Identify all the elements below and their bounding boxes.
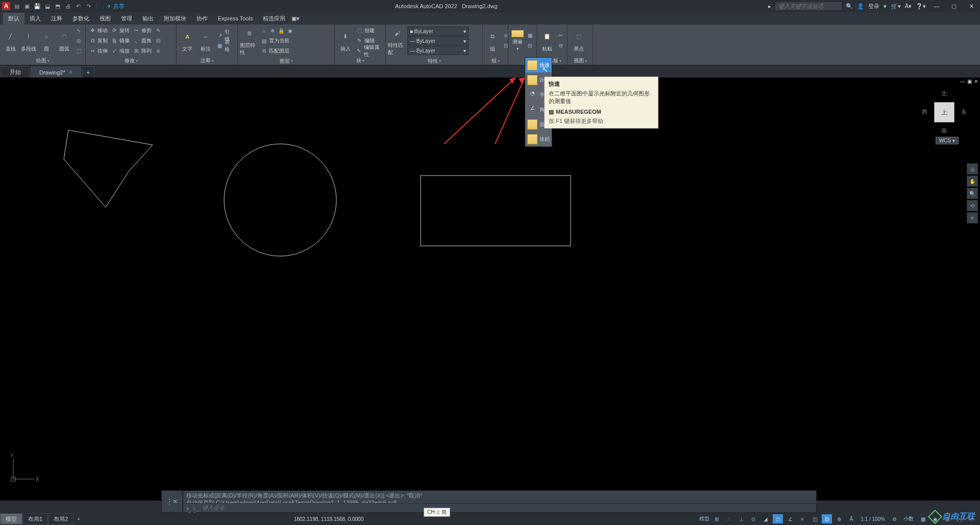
nav-orbit-icon[interactable]: ⟲: [967, 200, 978, 211]
annoscale-icon[interactable]: Å: [846, 514, 856, 523]
tab-collaborate[interactable]: 协作: [191, 13, 213, 24]
tab-close-icon[interactable]: ✕: [68, 69, 72, 75]
selection-icon[interactable]: ⊡: [822, 514, 832, 523]
osnap-icon[interactable]: □: [773, 514, 783, 523]
tab-insert[interactable]: 插入: [24, 13, 46, 24]
paste-button[interactable]: 📋粘贴: [539, 29, 555, 53]
tab-annotate[interactable]: 注释: [46, 13, 67, 24]
layer-freeze-icon[interactable]: ❄: [269, 27, 276, 34]
nav-zoom-icon[interactable]: 🔍: [967, 188, 978, 199]
tab-model[interactable]: 模型: [0, 513, 22, 524]
viewcube-e[interactable]: 东: [961, 108, 967, 116]
nav-pan-icon[interactable]: ✋: [967, 176, 978, 187]
snap-icon[interactable]: ∴: [724, 514, 734, 523]
tab-featured[interactable]: 精选应用: [258, 13, 290, 24]
layer-color-combo[interactable]: ■ ByLayer▾: [407, 27, 469, 36]
tab-manage[interactable]: 管理: [116, 13, 137, 24]
ortho-icon[interactable]: ⊥: [736, 514, 746, 523]
help-icon[interactable]: ❔▾: [916, 3, 926, 10]
qat-saveas-icon[interactable]: ⬓: [44, 3, 51, 10]
copy-clip-icon[interactable]: ⧉: [557, 42, 564, 49]
qat-undo-icon[interactable]: ↶: [75, 3, 82, 10]
line-button[interactable]: ╱直线: [2, 29, 19, 53]
command-expand-icon[interactable]: ▴: [186, 505, 189, 511]
base-button[interactable]: ⬚基点: [570, 29, 588, 53]
lineweight-icon[interactable]: ≡: [797, 514, 807, 523]
viewcube-n[interactable]: 北: [941, 90, 947, 97]
insert-block-button[interactable]: ⬇插入: [337, 29, 354, 53]
viewcube-top-face[interactable]: 上: [934, 102, 954, 122]
fillet-button[interactable]: ◟圆角: [132, 36, 153, 45]
arc-button[interactable]: ◠圆弧: [56, 29, 73, 53]
array-button[interactable]: ⊞阵列: [132, 46, 153, 56]
qat-save-icon[interactable]: 💾: [34, 3, 41, 10]
cut-icon[interactable]: ✂: [557, 32, 564, 39]
user-icon[interactable]: 👤: [857, 3, 864, 10]
move-button[interactable]: ✥移动: [88, 26, 109, 35]
customize-icon[interactable]: ▦: [918, 514, 928, 523]
lineweight-combo[interactable]: — ByLayer▾: [407, 36, 469, 45]
wcs-label[interactable]: WCS ▾: [936, 137, 959, 144]
copy-button[interactable]: ⧉复制: [88, 36, 109, 45]
layer-isolate-icon[interactable]: ◉: [286, 27, 293, 34]
group-button[interactable]: ⧉组: [485, 29, 500, 53]
layer-setcurrent-button[interactable]: ▤置为当前: [259, 36, 295, 45]
minimize-button[interactable]: —: [930, 1, 943, 11]
table-button[interactable]: ▦表格: [215, 41, 235, 51]
share-button[interactable]: ✈ 共享: [107, 3, 125, 10]
ribbon-expand-button[interactable]: ▣▾: [290, 15, 301, 22]
viewcube[interactable]: 上 北 南 东 西: [924, 92, 965, 133]
polar-icon[interactable]: ⊙: [748, 514, 758, 523]
layer-match-button[interactable]: ⧉匹配图层: [259, 46, 295, 56]
tab-layout2[interactable]: 布局2: [48, 513, 74, 524]
units-label[interactable]: 小数: [901, 514, 916, 523]
circle-button[interactable]: ○圆: [38, 29, 55, 53]
text-button[interactable]: A文字: [179, 29, 196, 53]
viewport-minimize-icon[interactable]: —: [960, 79, 965, 84]
grid-icon[interactable]: ⊞: [712, 514, 722, 523]
select-icon[interactable]: ▦: [526, 32, 533, 39]
search-input[interactable]: [775, 2, 842, 10]
scale-button[interactable]: ⤢缩放: [110, 46, 131, 56]
trim-button[interactable]: ✂修剪: [132, 26, 153, 35]
viewcube-w[interactable]: 西: [922, 108, 927, 116]
gizmo-icon[interactable]: ⊕: [834, 514, 844, 523]
block-create-button[interactable]: ⬚创建: [355, 26, 383, 35]
dimension-button[interactable]: ↔标注: [197, 29, 214, 53]
cart-icon[interactable]: 🛒▾: [891, 3, 901, 10]
erase-icon[interactable]: ✎: [155, 27, 162, 34]
layer-lock-icon[interactable]: 🔒: [278, 27, 285, 34]
close-button[interactable]: ✕: [965, 1, 978, 11]
block-attr-button[interactable]: ✎编辑属性: [355, 46, 383, 56]
nav-showmenu-icon[interactable]: ≡: [967, 212, 978, 223]
otrack-icon[interactable]: ∠: [785, 514, 795, 523]
layer-properties-button[interactable]: ≣图层特性: [240, 26, 258, 56]
app-logo[interactable]: A: [2, 2, 10, 10]
search-icon[interactable]: 🔍: [846, 3, 853, 10]
viewcube-s[interactable]: 南: [941, 127, 947, 135]
tab-express[interactable]: Express Tools: [213, 13, 258, 23]
nav-compass-icon[interactable]: ◎: [967, 163, 978, 174]
stretch-button[interactable]: ⇔拉伸: [88, 46, 109, 56]
autodesk-icon[interactable]: Å▾: [905, 3, 912, 10]
info-center-arrow-icon[interactable]: ▸: [768, 3, 771, 10]
hatch-icon[interactable]: ⬚: [75, 47, 82, 55]
scale-label[interactable]: 1:1 / 100%: [859, 514, 887, 523]
ellipse-icon[interactable]: ◎: [75, 37, 82, 44]
command-line[interactable]: 移动光标或[距离(D)/半径(R)/角度(A)/面积(AR)/体积(V)/快速(…: [183, 490, 817, 513]
viewport-close-icon[interactable]: ✕: [974, 79, 978, 84]
maximize-button[interactable]: ▢: [947, 1, 961, 11]
add-layout-button[interactable]: +: [74, 516, 84, 522]
qat-new-icon[interactable]: ▤: [13, 3, 20, 10]
qat-open-icon[interactable]: ▣: [23, 3, 31, 10]
tab-layout1[interactable]: 布局1: [22, 513, 48, 524]
calc-icon[interactable]: ⊟: [526, 42, 533, 49]
drawing-area[interactable]: — ▣ ✕ YX: [0, 78, 980, 501]
measure-button[interactable]: 测量▾: [510, 30, 524, 51]
drawing-canvas[interactable]: [0, 78, 980, 501]
tab-view[interactable]: 视图: [94, 13, 116, 24]
command-prompt[interactable]: 键入命令: [202, 504, 225, 512]
qat-plot-icon[interactable]: 🖨: [64, 3, 71, 10]
polyline-button[interactable]: ⌇多段线: [20, 29, 37, 53]
tab-parametric[interactable]: 参数化: [67, 13, 94, 24]
